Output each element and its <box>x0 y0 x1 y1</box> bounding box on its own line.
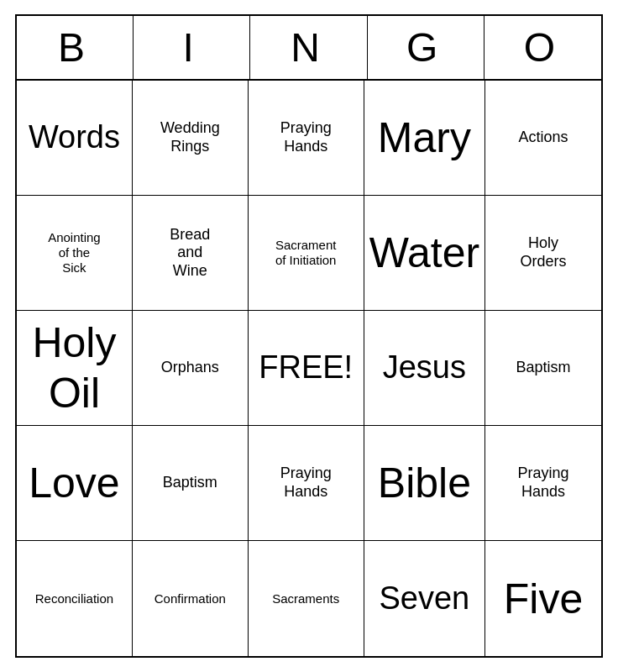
cell-4-1: Confirmation <box>133 541 249 656</box>
header-letter: G <box>368 16 484 79</box>
cell-text: FREE! <box>259 349 353 387</box>
cell-text: Sacramentof Initiation <box>275 238 337 268</box>
cell-4-2: Sacraments <box>249 541 364 656</box>
cell-2-1: Orphans <box>133 311 249 426</box>
cell-text: PrayingHands <box>280 119 332 155</box>
cell-text: Reconciliation <box>35 591 113 606</box>
cell-1-1: BreadandWine <box>133 196 249 311</box>
cell-0-1: WeddingRings <box>133 81 249 196</box>
cell-text: PrayingHands <box>518 465 569 501</box>
header-letter: B <box>17 16 134 79</box>
cell-text: Anointingof theSick <box>48 230 101 276</box>
cell-3-0: Love <box>17 426 133 541</box>
cell-4-0: Reconciliation <box>17 541 133 656</box>
header-letter: I <box>134 16 250 79</box>
cell-text: Seven <box>380 580 470 618</box>
cell-4-3: Seven <box>364 541 486 656</box>
cell-2-4: Baptism <box>485 311 601 426</box>
cell-text: Jesus <box>383 349 466 387</box>
cell-2-3: Jesus <box>364 311 486 426</box>
cell-1-4: HolyOrders <box>485 196 601 311</box>
cell-text: Five <box>504 574 583 624</box>
bingo-grid: WordsWeddingRingsPrayingHandsMaryActions… <box>17 81 601 656</box>
header-letter: N <box>250 16 367 79</box>
cell-text: WeddingRings <box>160 119 220 155</box>
cell-0-3: Mary <box>364 81 486 196</box>
cell-text: Confirmation <box>154 591 226 606</box>
cell-0-2: PrayingHands <box>249 81 364 196</box>
cell-text: Sacraments <box>272 591 339 606</box>
cell-text: BreadandWine <box>170 226 210 281</box>
cell-2-0: HolyOil <box>17 311 133 426</box>
cell-text: Mary <box>378 113 471 163</box>
cell-text: PrayingHands <box>280 465 332 501</box>
cell-3-1: Baptism <box>133 426 249 541</box>
cell-1-2: Sacramentof Initiation <box>249 196 364 311</box>
cell-0-0: Words <box>17 81 133 196</box>
cell-1-3: Water <box>364 196 486 311</box>
cell-3-2: PrayingHands <box>249 426 364 541</box>
cell-0-4: Actions <box>485 81 601 196</box>
cell-3-4: PrayingHands <box>485 426 601 541</box>
cell-text: Baptism <box>516 359 571 377</box>
cell-1-0: Anointingof theSick <box>17 196 133 311</box>
cell-3-3: Bible <box>364 426 486 541</box>
cell-text: Baptism <box>163 474 217 492</box>
cell-text: Water <box>369 228 480 278</box>
cell-text: Words <box>29 118 120 157</box>
header-letter: O <box>484 16 601 79</box>
cell-text: HolyOrders <box>521 234 567 270</box>
cell-text: Love <box>29 458 119 508</box>
cell-4-4: Five <box>485 541 601 656</box>
bingo-card: BINGO WordsWeddingRingsPrayingHandsMaryA… <box>15 14 603 658</box>
bingo-header: BINGO <box>17 16 601 81</box>
cell-text: Orphans <box>161 359 219 377</box>
cell-text: Actions <box>519 129 568 147</box>
cell-text: HolyOil <box>32 318 116 418</box>
cell-2-2: FREE! <box>249 311 364 426</box>
cell-text: Bible <box>378 458 471 508</box>
